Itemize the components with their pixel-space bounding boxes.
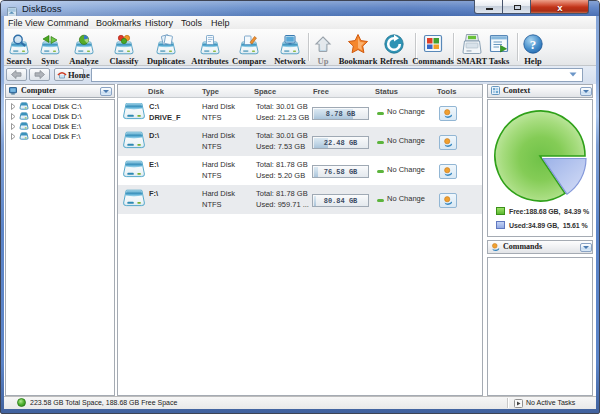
svg-text:?: ?	[529, 37, 536, 52]
